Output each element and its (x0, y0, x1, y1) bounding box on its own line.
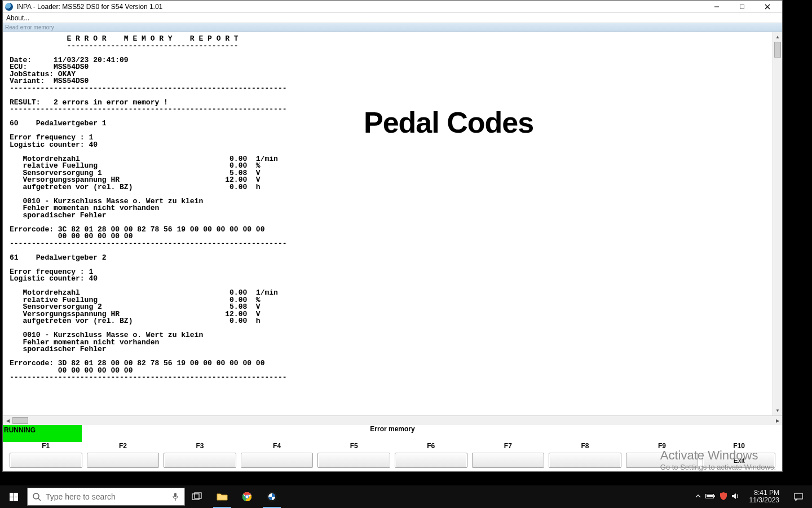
window-title: INPA - Loader: MSS52 DS0 for S54 Version… (16, 3, 704, 11)
toolbar-label: Read error memory (5, 24, 54, 30)
scroll-left-arrow-icon[interactable]: ◀ (3, 416, 12, 425)
tray-chevron-up-icon[interactable] (695, 493, 701, 501)
scroll-thumb[interactable] (774, 42, 781, 58)
search-placeholder: Type here to search (46, 492, 166, 501)
system-tray: 8:41 PM 11/3/2023 (693, 485, 812, 508)
scroll-down-arrow-icon[interactable]: ▼ (773, 406, 782, 415)
fn-button-f1[interactable] (10, 453, 82, 468)
svg-rect-6 (174, 493, 176, 497)
close-button[interactable] (754, 1, 780, 13)
fn-label-f7: F7 (472, 442, 545, 451)
hscroll-thumb[interactable] (12, 417, 28, 424)
app-icon (5, 3, 13, 11)
fn-button-f10[interactable]: Exit (703, 453, 775, 468)
report-pane: E R R O R M E M O R Y R E P O R T ------… (3, 32, 773, 415)
task-view-button[interactable] (185, 485, 210, 508)
svg-rect-18 (795, 493, 802, 499)
fn-label-f4: F4 (241, 442, 314, 451)
fn-button-f6[interactable] (395, 453, 467, 468)
fn-button-f5[interactable] (317, 453, 390, 468)
scroll-track[interactable] (773, 42, 782, 406)
hscroll-track[interactable] (12, 416, 773, 425)
tray-notifications-icon[interactable] (787, 485, 810, 508)
microphone-icon[interactable] (166, 492, 184, 501)
taskbar-app-bmw[interactable] (259, 485, 284, 508)
app-window: INPA - Loader: MSS52 DS0 for S54 Version… (2, 0, 783, 472)
toolbar: Read error memory (3, 23, 782, 32)
vertical-scrollbar[interactable]: ▲ ▼ (773, 32, 782, 415)
svg-point-12 (246, 496, 249, 498)
fn-button-f9[interactable] (626, 453, 699, 468)
fn-label-f1: F1 (10, 442, 82, 451)
tray-date: 11/3/2023 (749, 497, 779, 504)
tray-security-icon[interactable] (720, 492, 727, 502)
error-memory-report: E R R O R M E M O R Y R E P O R T ------… (3, 32, 773, 382)
tray-battery-icon[interactable] (705, 493, 716, 501)
fn-button-f3[interactable] (164, 453, 236, 468)
svg-point-4 (33, 493, 39, 499)
fn-label-f5: F5 (317, 442, 390, 451)
menu-about[interactable]: About... (6, 14, 29, 22)
tray-volume-icon[interactable] (731, 493, 739, 501)
horizontal-scrollbar[interactable]: ◀ ▶ (3, 415, 782, 425)
taskbar-app-chrome[interactable] (235, 485, 259, 508)
fn-label-f2: F2 (87, 442, 160, 451)
fn-label-f6: F6 (395, 442, 467, 451)
menu-bar: About... (3, 13, 782, 23)
fn-label-f10: F10 (703, 442, 775, 451)
maximize-button[interactable] (729, 1, 754, 13)
status-row: RUNNING Error memory (3, 425, 782, 442)
minimize-button[interactable] (704, 1, 729, 13)
fn-label-row: F1 F2 F3 F4 F5 F6 F7 F8 F9 F10 (3, 442, 782, 451)
taskbar: Type here to search (0, 485, 812, 508)
svg-rect-1 (740, 5, 744, 8)
fn-label-f8: F8 (549, 442, 621, 451)
start-button[interactable] (0, 485, 27, 508)
svg-rect-17 (707, 495, 713, 497)
taskbar-app-file-explorer[interactable] (210, 485, 235, 508)
svg-line-5 (38, 498, 41, 501)
windows-logo-icon (10, 493, 18, 501)
taskbar-search[interactable]: Type here to search (27, 488, 185, 506)
fn-button-f8[interactable] (549, 453, 621, 468)
svg-rect-16 (714, 496, 715, 497)
fn-button-f7[interactable] (472, 453, 545, 468)
fn-label-f9: F9 (626, 442, 699, 451)
fn-button-f2[interactable] (87, 453, 160, 468)
overlay-heading: Pedal Codes (364, 106, 533, 139)
fn-button-row: Exit (3, 451, 782, 471)
fn-button-f4[interactable] (241, 453, 314, 468)
titlebar[interactable]: INPA - Loader: MSS52 DS0 for S54 Version… (3, 1, 782, 13)
scroll-up-arrow-icon[interactable]: ▲ (773, 32, 782, 42)
scroll-right-arrow-icon[interactable]: ▶ (773, 416, 782, 425)
tray-clock[interactable]: 8:41 PM 11/3/2023 (745, 489, 784, 504)
search-icon (28, 492, 46, 501)
fn-label-f3: F3 (164, 442, 236, 451)
status-center: Error memory (3, 425, 782, 433)
